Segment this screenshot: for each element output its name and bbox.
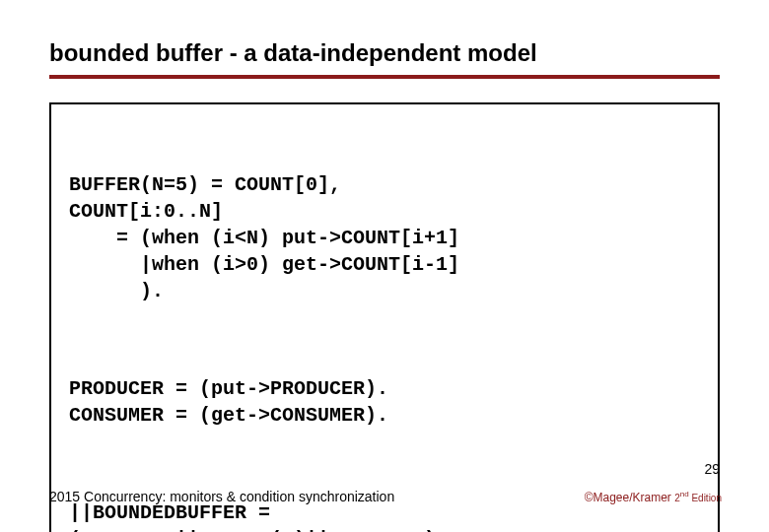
title-underline — [49, 75, 720, 79]
footer-edition-word: Edition — [689, 493, 722, 503]
footer-edition-ordinal: nd — [680, 490, 689, 499]
page-number: 29 — [704, 461, 720, 477]
code-block-buffer: BUFFER(N=5) = COUNT[0], COUNT[i:0..N] = … — [69, 171, 700, 304]
code-box: BUFFER(N=5) = COUNT[0], COUNT[i:0..N] = … — [49, 102, 720, 532]
code-block-producer-consumer: PRODUCER = (put->PRODUCER). CONSUMER = (… — [69, 375, 700, 429]
footer-copyright: ©Magee/Kramer — [585, 491, 675, 504]
footer-right: ©Magee/Kramer 2nd Edition — [585, 490, 722, 504]
footer-left: 2015 Concurrency: monitors & condition s… — [49, 489, 394, 504]
slide-title: bounded buffer - a data-independent mode… — [49, 39, 720, 67]
